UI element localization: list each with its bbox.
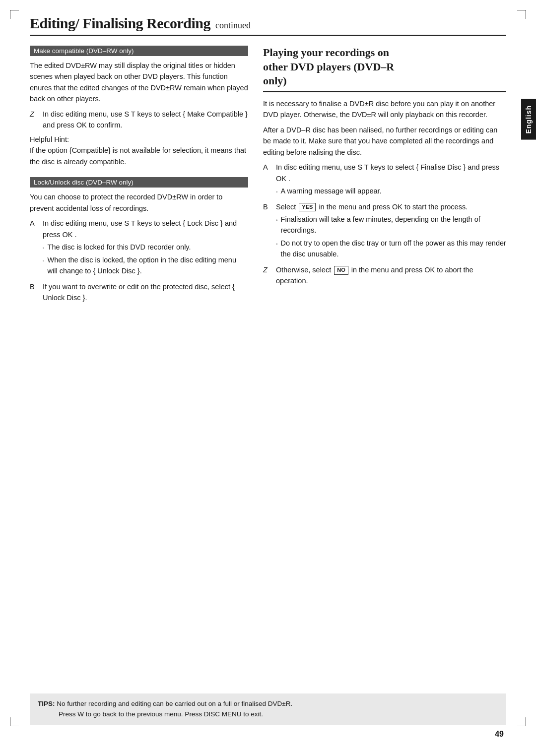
sub-item-a-right: ◦ A warning message will appear. [276,186,506,196]
list-marker-z-right: Z [263,264,272,287]
list-marker-z: Z [30,109,39,131]
tips-label: TIPS: [38,700,55,707]
right-after-paragraph: After a DVD–R disc has been nalised, no … [263,125,506,158]
make-compatible-paragraph: The edited DVD±RW may still display the … [30,60,248,105]
list-a-right-main: In disc editing menu, use S T keys to se… [276,163,499,182]
tips-line2: Press W to go back to the previous menu.… [38,710,263,718]
list-item-a-right: A In disc editing menu, use S T keys to … [263,162,506,198]
list-content-b-right: Select YES in the menu and press OK to s… [276,201,506,261]
list-item-b-right: B Select YES in the menu and press OK to… [263,201,506,261]
sub-text-2-lock: When the disc is locked, the option in t… [48,254,248,277]
section-make-compatible: Make compatible (DVD–RW only) The edited… [30,46,248,167]
yes-box: YES [299,203,316,211]
list-marker-b-lock: B [30,281,39,304]
sub-text-1-lock: The disc is locked for this DVD recorder… [48,242,191,252]
section-header-make-compatible: Make compatible (DVD–RW only) [30,46,248,56]
list-a-main-text: In disc editing menu, use S T keys to se… [43,219,237,238]
right-column-heading: Playing your recordings on other DVD pla… [263,46,506,92]
page-title: Editing/ Finalising Recording [30,15,210,32]
sub-item-b1-right: ◦ Finalisation will take a few minutes, … [276,214,506,236]
list-content-a-lock: In disc editing menu, use S T keys to se… [43,218,248,278]
content-columns: Make compatible (DVD–RW only) The edited… [30,46,506,313]
list-z-right-prefix: Otherwise, select [276,266,331,274]
sub-text-b2-right: Do not try to open the disc tray or turn… [281,238,506,260]
page-subtitle: continued [215,20,251,31]
left-column: Make compatible (DVD–RW only) The edited… [30,46,248,313]
sub-marker-b1: ◦ [276,214,278,236]
list-marker-b-right: B [263,201,272,261]
list-content-z: In disc editing menu, use S T keys to se… [43,109,248,131]
page-header: Editing/ Finalising Recording continued [30,15,506,36]
sub-text-b1-right: Finalisation will take a few minutes, de… [281,214,506,236]
list-content-a-right: In disc editing menu, use S T keys to se… [276,162,506,198]
right-intro-paragraph: It is necessary to finalise a DVD±R disc… [263,98,506,121]
no-box: NO [334,266,348,274]
tips-line1: No further recording and editing can be … [57,700,292,707]
list-content-b-lock: If you want to overwrite or edit on the … [43,281,248,304]
sub-marker-b2: ◦ [276,238,278,260]
sub-marker-2: ◦ [43,254,45,277]
list-item-z-right: Z Otherwise, select NO in the menu and p… [263,264,506,287]
section-lock-unlock: Lock/Unlock disc (DVD–RW only) You can c… [30,177,248,303]
list-content-z-right: Otherwise, select NO in the menu and pre… [276,264,506,287]
helpful-hint: Helpful Hint: If the option {Compatible}… [30,134,248,167]
list-b-right-prefix: Select [276,203,296,211]
sub-marker-a: ◦ [276,186,278,196]
page-footer: TIPS: No further recording and editing c… [30,693,506,739]
list-marker-a-lock: A [30,218,39,278]
list-marker-a-right: A [263,162,272,198]
section-header-lock-unlock: Lock/Unlock disc (DVD–RW only) [30,177,248,188]
sub-text-a-right: A warning message will appear. [281,186,382,196]
sub-item-2-lock: ◦ When the disc is locked, the option in… [43,254,248,277]
lock-unlock-paragraph: You can choose to protect the recorded D… [30,191,248,214]
hint-label: Helpful Hint: [30,135,69,143]
list-item-a-lock: A In disc editing menu, use S T keys to … [30,218,248,278]
list-b-right-suffix: in the menu and press OK to start the pr… [319,203,468,211]
page-number: 49 [30,730,506,739]
tips-box: TIPS: No further recording and editing c… [30,693,506,725]
sub-item-1-lock: ◦ The disc is locked for this DVD record… [43,242,248,252]
list-item-z-make-compatible: Z In disc editing menu, use S T keys to … [30,109,248,131]
sub-item-b2-right: ◦ Do not try to open the disc tray or tu… [276,238,506,260]
right-column: Playing your recordings on other DVD pla… [263,46,506,313]
sub-marker-1: ◦ [43,242,45,252]
hint-text: If the option {Compatible} is not availa… [30,146,246,165]
list-item-b-lock: B If you want to overwrite or edit on th… [30,281,248,304]
